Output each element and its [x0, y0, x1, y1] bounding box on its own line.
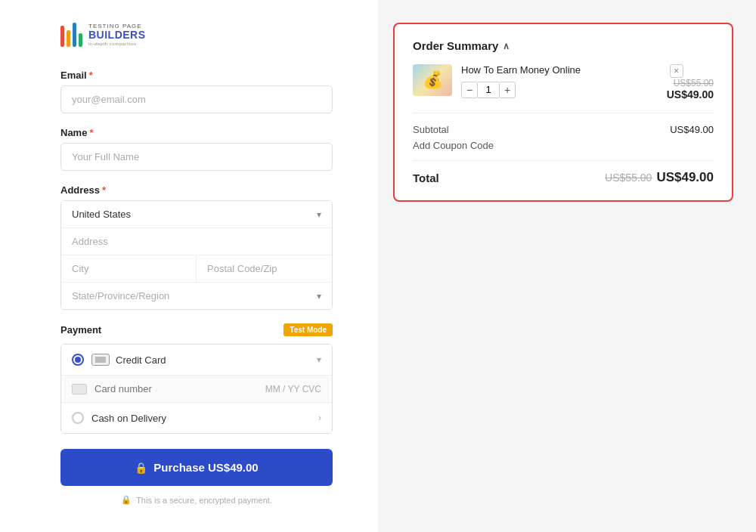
- logo-builders-text: BUILDERS: [88, 29, 146, 41]
- country-select-wrapper[interactable]: United States ▾: [61, 201, 332, 227]
- credit-card-chevron-icon: ▾: [317, 354, 321, 365]
- product-thumb-emoji: 💰: [423, 70, 443, 90]
- email-label: Email*: [60, 70, 333, 81]
- name-input[interactable]: [60, 143, 333, 171]
- state-row: State/Province/Region ▾: [61, 283, 332, 309]
- checkout-form-panel: TESTING PAGE BUILDERS in-depth compariso…: [0, 0, 378, 532]
- total-label: Total: [413, 172, 439, 184]
- country-select[interactable]: United States: [72, 209, 317, 220]
- email-required: *: [89, 70, 93, 81]
- address-line-row: [61, 228, 332, 255]
- qty-decrease-button[interactable]: −: [461, 82, 478, 98]
- address-line-input[interactable]: [61, 228, 332, 255]
- order-summary-title: Order Summary ∧: [413, 39, 510, 52]
- credit-card-option[interactable]: Credit Card ▾ MM / YY CVC: [61, 345, 332, 403]
- remove-product-button[interactable]: ×: [670, 64, 683, 78]
- purchase-button[interactable]: 🔒 Purchase US$49.00: [60, 449, 333, 486]
- cash-on-delivery-option[interactable]: Cash on Delivery ›: [61, 403, 332, 433]
- cash-delivery-chevron-icon: ›: [318, 413, 321, 423]
- total-discounted-price: US$49.00: [656, 170, 714, 185]
- logo-area: TESTING PAGE BUILDERS in-depth compariso…: [60, 23, 333, 47]
- add-coupon-link[interactable]: Add Coupon Code: [413, 140, 494, 151]
- name-field-group: Name*: [60, 127, 333, 171]
- credit-card-label: Credit Card: [116, 354, 317, 366]
- logo-icon: [60, 23, 82, 47]
- country-chevron-icon: ▾: [317, 209, 321, 220]
- subtotal-label: Subtotal: [413, 124, 449, 135]
- payment-options: Credit Card ▾ MM / YY CVC Cash on Delive…: [60, 344, 333, 434]
- zip-input[interactable]: [197, 255, 332, 282]
- card-number-icon: [72, 384, 87, 394]
- order-summary-card: Order Summary ∧ 💰 How To Earn Money Onli…: [393, 23, 733, 202]
- payment-field-group: Payment Test Mode Credit Card ▾: [60, 323, 333, 434]
- secure-text: This is a secure, encrypted payment.: [136, 496, 272, 505]
- name-label: Name*: [60, 127, 333, 138]
- test-mode-badge: Test Mode: [284, 323, 333, 336]
- product-thumbnail: 💰: [413, 64, 452, 96]
- address-label: Address*: [60, 184, 333, 196]
- logo-text: TESTING PAGE BUILDERS in-depth compariso…: [88, 23, 146, 47]
- summary-chevron-up-icon[interactable]: ∧: [503, 41, 510, 51]
- city-input[interactable]: [61, 255, 197, 282]
- address-field-group: Address* United States ▾: [60, 184, 333, 310]
- product-row: 💰 How To Earn Money Online − 1 + × US$55…: [413, 64, 714, 113]
- credit-card-radio[interactable]: [72, 354, 84, 366]
- credit-card-icon: [91, 354, 110, 366]
- product-original-price: US$55.00: [667, 78, 714, 88]
- total-prices: US$55.00 US$49.00: [605, 170, 714, 185]
- purchase-btn-label: Purchase US$49.00: [153, 461, 258, 474]
- secure-lock-icon: 🔒: [121, 495, 132, 505]
- payment-header: Payment Test Mode: [60, 323, 333, 336]
- name-required: *: [89, 127, 93, 138]
- total-original-price: US$55.00: [605, 172, 652, 184]
- state-chevron-icon: ▾: [317, 291, 321, 302]
- order-summary-header: Order Summary ∧: [413, 39, 714, 52]
- payment-label: Payment: [60, 324, 101, 336]
- lock-icon: 🔒: [135, 462, 147, 474]
- radio-inner: [75, 357, 81, 363]
- address-fields-container: United States ▾: [60, 200, 333, 310]
- email-field-group: Email*: [60, 70, 333, 113]
- product-info: How To Earn Money Online − 1 +: [461, 64, 658, 98]
- logo-sub-text: in-depth comparison: [88, 42, 146, 47]
- card-number-row: MM / YY CVC: [61, 375, 332, 402]
- state-select-wrapper[interactable]: State/Province/Region ▾: [61, 283, 332, 309]
- subtotal-value: US$49.00: [670, 124, 714, 135]
- cash-delivery-radio[interactable]: [72, 412, 84, 424]
- product-name: How To Earn Money Online: [461, 64, 658, 77]
- secure-message: 🔒 This is a secure, encrypted payment.: [60, 495, 333, 505]
- subtotal-line: Subtotal US$49.00: [413, 124, 714, 135]
- product-discounted-price: US$49.00: [667, 88, 714, 101]
- qty-display: 1: [478, 82, 499, 98]
- city-zip-row: [61, 255, 332, 283]
- qty-increase-button[interactable]: +: [499, 82, 516, 98]
- country-row: United States ▾: [61, 201, 332, 228]
- total-line: Total US$55.00 US$49.00: [413, 160, 714, 185]
- state-select[interactable]: State/Province/Region: [72, 290, 317, 302]
- address-required: *: [102, 184, 106, 196]
- card-number-input[interactable]: [94, 383, 265, 394]
- email-input[interactable]: [60, 85, 333, 113]
- cash-delivery-label: Cash on Delivery: [91, 413, 318, 424]
- card-extras: MM / YY CVC: [265, 384, 321, 394]
- order-summary-panel: Order Summary ∧ 💰 How To Earn Money Onli…: [378, 0, 756, 532]
- qty-controls: − 1 +: [461, 82, 658, 98]
- coupon-line: Add Coupon Code: [413, 140, 714, 151]
- product-price: × US$55.00 US$49.00: [667, 64, 714, 101]
